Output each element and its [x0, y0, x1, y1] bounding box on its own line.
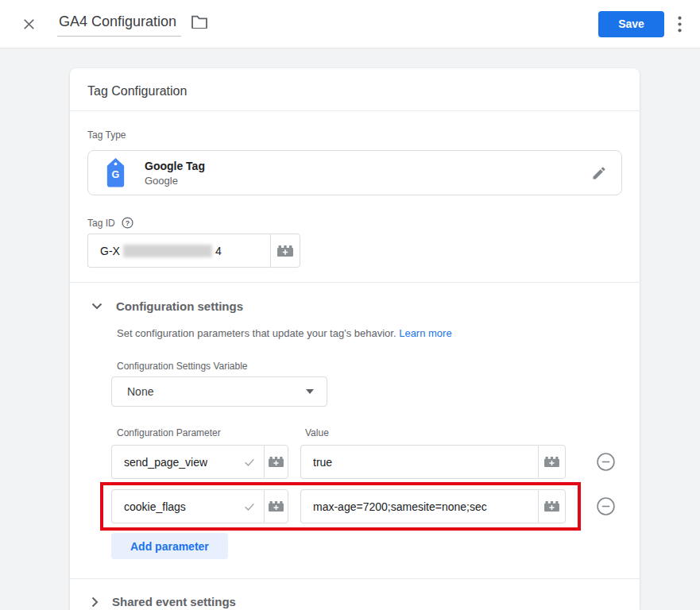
folder-button[interactable]	[188, 12, 211, 31]
variable-brick-icon	[268, 500, 284, 513]
divider	[70, 282, 640, 283]
tag-name-input[interactable]: GA4 Configuration	[57, 12, 181, 37]
tag-id-label: Tag ID	[87, 218, 115, 229]
variable-brick-icon	[277, 244, 294, 258]
config-settings-variable-label: Configuration Settings Variable	[117, 361, 622, 372]
help-icon[interactable]: ?	[122, 217, 133, 229]
close-button[interactable]	[17, 13, 41, 36]
google-tag-icon: G	[104, 157, 127, 188]
variable-brick-icon	[543, 455, 560, 469]
parameter-variable-picker-button[interactable]	[264, 489, 288, 523]
remove-parameter-button[interactable]	[596, 496, 616, 516]
tag-id-variable-picker-button[interactable]	[270, 234, 300, 268]
tag-configuration-card: Tag Configuration Tag Type G Google Tag …	[70, 68, 640, 610]
configuration-settings-description: Set configuration parameters that update…	[117, 327, 622, 339]
redacted-tag-id	[123, 245, 212, 257]
add-parameter-button[interactable]: Add parameter	[111, 533, 228, 559]
chevron-down-icon	[91, 303, 102, 310]
content-area: Tag Configuration Tag Type G Google Tag …	[0, 48, 700, 610]
configuration-settings-header[interactable]: Configuration settings	[87, 299, 622, 313]
topbar: GA4 Configuration Save	[0, 0, 700, 48]
remove-parameter-button[interactable]	[596, 452, 616, 472]
minus-circle-icon	[596, 452, 616, 472]
valid-checkmark-icon	[243, 500, 256, 513]
more-options-button[interactable]	[675, 14, 684, 35]
shared-event-settings-header[interactable]: Shared event settings	[87, 579, 622, 610]
edit-pencil-icon[interactable]	[591, 165, 607, 181]
tag-type-selector[interactable]: G Google Tag Google	[87, 150, 622, 195]
close-icon	[20, 15, 38, 33]
highlight-red-frame: cookie_flags	[100, 482, 581, 531]
minus-circle-icon	[596, 496, 616, 516]
parameter-name-input[interactable]: send_page_view	[111, 445, 264, 479]
svg-text:G: G	[112, 169, 120, 180]
value-column-header: Value	[300, 427, 329, 438]
svg-text:?: ?	[125, 219, 129, 227]
parameter-column-header: Configuration Parameter	[111, 427, 300, 438]
save-button[interactable]: Save	[598, 11, 664, 37]
dropdown-caret-icon	[306, 389, 314, 394]
variable-brick-icon	[268, 455, 284, 469]
chevron-right-icon	[91, 596, 99, 608]
parameter-row: send_page_view	[111, 445, 622, 479]
value-variable-picker-button[interactable]	[538, 445, 566, 479]
learn-more-link[interactable]: Learn more	[399, 327, 451, 339]
tag-id-input[interactable]: G-X 4	[87, 234, 270, 268]
folder-icon	[191, 14, 208, 29]
card-title: Tag Configuration	[70, 68, 640, 111]
variable-brick-icon	[543, 500, 560, 513]
parameter-value-input[interactable]: max-age=7200;samesite=none;sec	[300, 489, 538, 523]
parameter-variable-picker-button[interactable]	[264, 445, 288, 479]
tag-type-label: Tag Type	[87, 129, 622, 141]
parameter-value-input[interactable]: true	[300, 445, 538, 479]
config-settings-variable-select[interactable]: None	[111, 376, 327, 407]
tag-type-name: Google Tag	[145, 160, 591, 172]
value-variable-picker-button[interactable]	[538, 489, 566, 523]
valid-checkmark-icon	[243, 456, 256, 469]
parameter-name-input[interactable]: cookie_flags	[111, 489, 264, 523]
parameter-row: cookie_flags	[111, 489, 622, 523]
kebab-menu-icon	[678, 16, 682, 33]
tag-type-vendor: Google	[145, 175, 591, 187]
